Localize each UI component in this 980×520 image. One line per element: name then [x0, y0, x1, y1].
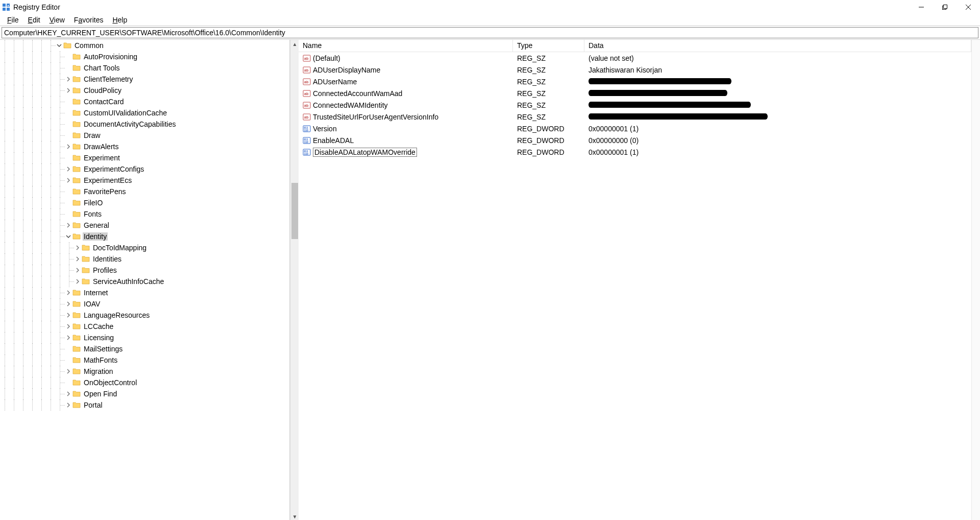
chevron-right-icon[interactable] — [64, 322, 72, 330]
tree-item-label: Common — [74, 41, 105, 50]
tree-item-label: ContactCard — [83, 98, 125, 106]
tree-item[interactable]: FavoritePens — [0, 186, 289, 197]
chevron-right-icon[interactable] — [64, 367, 72, 375]
value-row[interactable]: DisableADALatopWAMOverrideREG_DWORD0x000… — [299, 146, 971, 158]
chevron-right-icon[interactable] — [64, 165, 72, 173]
tree-pane[interactable]: CommonAutoProvisioningChart ToolsClientT… — [0, 40, 290, 520]
folder-icon — [72, 143, 81, 151]
tree-item[interactable]: AutoProvisioning — [0, 51, 289, 62]
value-row[interactable]: VersionREG_DWORD0x00000001 (1) — [299, 123, 971, 134]
tree-item[interactable]: Migration — [0, 366, 289, 377]
chevron-right-icon[interactable] — [74, 255, 82, 263]
tree-item[interactable]: General — [0, 220, 289, 231]
scroll-down-icon[interactable]: ▼ — [290, 512, 299, 520]
tree-item[interactable]: CustomUIValidationCache — [0, 107, 289, 119]
chevron-right-icon[interactable] — [64, 401, 72, 409]
titlebar: Registry Editor — [0, 0, 980, 14]
folder-icon — [72, 64, 81, 72]
chevron-right-icon[interactable] — [74, 244, 82, 252]
chevron-right-icon[interactable] — [64, 334, 72, 342]
tree-item[interactable]: DocToIdMapping — [0, 242, 289, 253]
tree-item[interactable]: IOAV — [0, 298, 289, 310]
reg-binary-icon — [303, 148, 311, 156]
chevron-right-icon[interactable] — [64, 300, 72, 308]
maximize-button[interactable] — [933, 0, 957, 14]
chevron-right-icon[interactable] — [74, 266, 82, 274]
value-name: Version — [313, 125, 337, 133]
col-type[interactable]: Type — [513, 40, 584, 52]
reg-binary-icon — [303, 125, 311, 133]
minimize-button[interactable] — [910, 0, 933, 14]
tree-item[interactable]: MathFonts — [0, 354, 289, 366]
chevron-right-icon[interactable] — [64, 176, 72, 184]
address-input[interactable] — [2, 27, 978, 38]
chevron-right-icon[interactable] — [64, 86, 72, 94]
col-data[interactable]: Data — [584, 40, 971, 52]
folder-icon — [72, 221, 81, 229]
redacted-text — [589, 78, 731, 84]
tree-item[interactable]: DocumentActivityCapabilities — [0, 119, 289, 130]
value-row[interactable]: EnableADALREG_DWORD0x00000000 (0) — [299, 134, 971, 146]
col-name[interactable]: Name — [299, 40, 513, 52]
tree-item[interactable]: Open Find — [0, 388, 289, 399]
tree-item[interactable]: ExperimentConfigs — [0, 163, 289, 175]
tree-item[interactable]: MailSettings — [0, 343, 289, 354]
chevron-right-icon[interactable] — [64, 289, 72, 297]
tree-item[interactable]: Draw — [0, 130, 289, 141]
value-rename-input[interactable]: DisableADALatopWAMOverride — [313, 148, 417, 157]
values-scrollbar[interactable] — [971, 40, 980, 520]
folder-icon — [63, 41, 71, 50]
tree-item[interactable]: Identity — [0, 231, 289, 242]
menu-view[interactable]: View — [45, 15, 69, 25]
expander-placeholder — [64, 53, 72, 61]
folder-icon — [72, 401, 81, 409]
scroll-thumb[interactable] — [291, 183, 298, 239]
chevron-right-icon[interactable] — [64, 390, 72, 398]
menu-help[interactable]: Help — [108, 15, 131, 25]
reg-string-icon — [303, 113, 311, 121]
tree-item[interactable]: Fonts — [0, 208, 289, 220]
tree-item-label: OnObjectControl — [83, 379, 138, 387]
menu-file[interactable]: File — [3, 15, 23, 25]
value-row[interactable]: ADUserDisplayNameREG_SZJakathiswaran Kis… — [299, 64, 971, 76]
tree-item-label: Profiles — [92, 266, 118, 274]
chevron-right-icon[interactable] — [64, 221, 72, 229]
value-row[interactable]: (Default)REG_SZ(value not set) — [299, 52, 971, 64]
tree-item[interactable]: ClientTelemetry — [0, 74, 289, 85]
menu-favorites[interactable]: Favorites — [70, 15, 108, 25]
value-row[interactable]: ConnectedWAMIdentityREG_SZ — [299, 99, 971, 111]
tree-item[interactable]: Profiles — [0, 265, 289, 276]
folder-icon — [72, 199, 81, 207]
tree-item[interactable]: LCCache — [0, 321, 289, 332]
tree-item[interactable]: ServiceAuthInfoCache — [0, 276, 289, 287]
menu-edit[interactable]: Edit — [24, 15, 44, 25]
tree-item[interactable]: Identities — [0, 253, 289, 265]
close-button[interactable] — [957, 0, 980, 14]
tree-item[interactable]: Chart Tools — [0, 62, 289, 74]
tree-item[interactable]: OnObjectControl — [0, 377, 289, 388]
tree-item[interactable]: FileIO — [0, 197, 289, 208]
tree-item[interactable]: LanguageResources — [0, 310, 289, 321]
tree-item[interactable]: CloudPolicy — [0, 85, 289, 96]
value-row[interactable]: ADUserNameREG_SZ — [299, 76, 971, 87]
chevron-right-icon[interactable] — [74, 277, 82, 286]
tree-item[interactable]: Common — [0, 40, 289, 51]
tree-scrollbar[interactable]: ▲ ▼ — [290, 40, 299, 520]
tree-item[interactable]: DrawAlerts — [0, 141, 289, 152]
chevron-right-icon[interactable] — [64, 143, 72, 151]
tree-item[interactable]: Licensing — [0, 332, 289, 343]
scroll-up-icon[interactable]: ▲ — [290, 40, 299, 49]
chevron-right-icon[interactable] — [64, 75, 72, 83]
value-row[interactable]: ConnectedAccountWamAadREG_SZ — [299, 87, 971, 99]
tree-item[interactable]: Experiment — [0, 152, 289, 163]
tree-item-label: Chart Tools — [83, 64, 121, 72]
chevron-down-icon[interactable] — [55, 41, 63, 50]
tree-item[interactable]: ContactCard — [0, 96, 289, 107]
values-pane[interactable]: Name Type Data (Default)REG_SZ(value not… — [299, 40, 971, 520]
chevron-right-icon[interactable] — [64, 311, 72, 319]
chevron-down-icon[interactable] — [64, 232, 72, 241]
tree-item[interactable]: ExperimentEcs — [0, 175, 289, 186]
value-row[interactable]: TrustedSiteUrlForUserAgentVersionInfoREG… — [299, 111, 971, 123]
tree-item[interactable]: Internet — [0, 287, 289, 298]
tree-item[interactable]: Portal — [0, 399, 289, 411]
